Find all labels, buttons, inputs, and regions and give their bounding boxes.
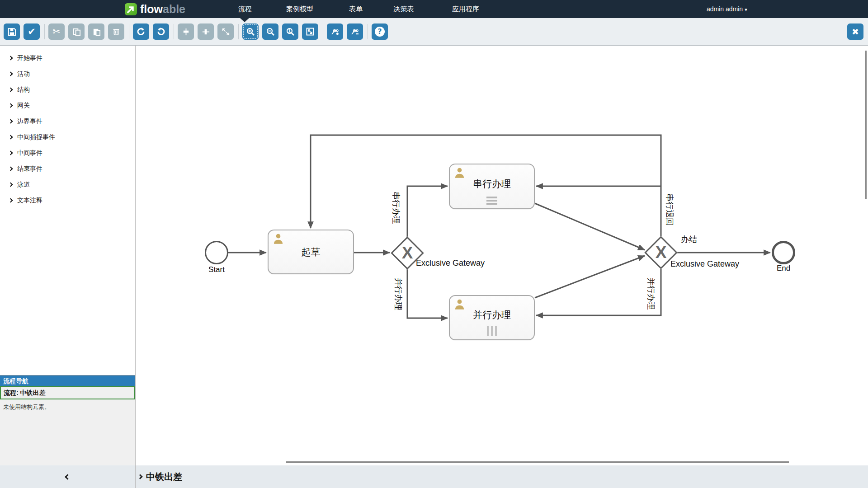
user-menu[interactable]: admin admin▾ [707,0,747,18]
copy-icon [72,28,81,36]
sequential-multi-instance-icon [486,195,497,205]
tab-case-models[interactable]: 案例模型 [278,0,321,18]
chevron-right-icon [137,474,142,479]
start-event-label: Start [203,265,230,274]
align-vertical-button[interactable] [178,23,194,40]
copy-button[interactable] [68,23,85,40]
undo-button[interactable] [153,23,169,40]
zoom-fit-icon [306,27,315,36]
bottom-bar: 中铁出差 [0,465,868,488]
toolbar-separator [44,24,45,39]
validate-button[interactable]: ✔ [24,23,40,40]
palette-group-label: 边界事件 [17,117,42,126]
zoom-out-button[interactable] [262,23,278,40]
palette-group-activities[interactable]: 活动 [0,66,135,82]
delete-icon [112,28,120,36]
gateway2-label: Exclusive Gateway [670,259,739,269]
palette-group-label: 中间事件 [17,149,42,157]
palette-group-structural[interactable]: 结构 [0,82,135,98]
zoom-out-icon [266,27,275,36]
task-draft[interactable]: 起草 [268,230,354,274]
tab-process[interactable]: 流程 [231,0,259,18]
save-button[interactable] [4,23,20,40]
edge-label-finish: 办结 [681,234,697,245]
cut-button[interactable]: ✂ [48,23,65,40]
process-navigator-item[interactable]: 流程: 中铁出差 [0,386,135,399]
tab-apps[interactable]: 应用程序 [445,0,486,18]
help-button[interactable]: ? [372,23,388,40]
remove-bendpoint-button[interactable] [347,23,363,40]
zoom-actual-button[interactable]: 1 [282,23,298,40]
save-icon [8,28,16,36]
edge-label-parallel-back: 并行办理 [646,271,656,316]
palette-group-boundary-events[interactable]: 边界事件 [0,113,135,129]
palette-group-label: 开始事件 [17,54,42,62]
palette-group-label: 结构 [17,86,30,94]
parallel-multi-instance-icon [487,326,497,336]
task-parallel[interactable]: 并行办理 [449,295,535,340]
toolbar-separator [174,24,174,39]
start-event[interactable] [205,241,228,264]
toolbar-separator [368,24,368,39]
top-navbar: flowable 流程 案例模型 表单 决策表 应用程序 admin admin… [0,0,868,18]
align-horizontal-button[interactable] [198,23,214,40]
palette-group-text-annotation[interactable]: 文本注释 [0,192,135,208]
remove-bendpoint-icon [350,27,359,36]
tab-forms[interactable]: 表单 [342,0,369,18]
chevron-down-icon: ▾ [745,7,747,12]
chevron-right-icon [9,56,13,61]
zoom-in-button[interactable] [242,23,259,40]
toolbar-separator [323,24,323,39]
tab-decision-tables[interactable]: 决策表 [383,0,424,18]
logo-text-able: able [163,3,185,15]
chevron-right-icon [9,103,13,108]
task-serial[interactable]: 串行办理 [449,164,535,209]
bpmn-canvas[interactable] [136,46,868,465]
end-event-label: End [771,264,796,273]
end-event[interactable] [772,241,795,264]
breadcrumb[interactable]: 中铁出差 [138,465,182,488]
edge-label-parallel-go: 并行办理 [394,272,404,317]
palette-group-intermediate-events[interactable]: 中间事件 [0,145,135,161]
flowable-logo: flowable [125,3,185,15]
paste-button[interactable] [88,23,104,40]
chevron-right-icon [9,72,13,76]
shape-palette: 开始事件 活动 结构 网关 边界事件 中间捕捉事件 中间事件 结束事件 泳道 文… [0,46,136,375]
paste-icon [92,28,101,36]
redo-button[interactable] [133,23,149,40]
horizontal-scrollbar[interactable] [286,461,789,463]
zoom-actual-icon: 1 [286,27,295,36]
breadcrumb-title: 中铁出差 [146,471,182,483]
palette-group-label: 中间捕捉事件 [17,133,55,141]
chevron-right-icon [9,183,13,187]
zoom-fit-button[interactable] [302,23,318,40]
chevron-right-icon [9,135,13,140]
chevron-left-icon [65,474,71,480]
palette-group-start-events[interactable]: 开始事件 [0,50,135,66]
edge-label-serial-go: 串行办理 [392,185,401,230]
add-bendpoint-button[interactable] [327,23,343,40]
align-vertical-icon [182,28,190,36]
palette-group-label: 活动 [17,70,30,78]
vertical-scrollbar[interactable] [865,51,867,199]
palette-group-gateways[interactable]: 网关 [0,98,135,113]
palette-group-label: 文本注释 [17,197,42,205]
logo-text-flow: flow [140,3,163,15]
undo-icon [156,27,165,36]
toolbar-separator [129,24,129,39]
palette-group-intermediate-catching-events[interactable]: 中间捕捉事件 [0,129,135,145]
help-icon: ? [375,27,385,37]
sequence-flows [136,46,868,465]
task-label: 起草 [269,230,353,273]
palette-group-label: 网关 [17,102,30,110]
close-editor-button[interactable]: ✖ [847,23,863,40]
delete-button[interactable] [108,23,124,40]
align-horizontal-icon [202,28,210,36]
flowable-logo-icon [125,3,137,15]
editor-toolbar: ✔ ✂ 1 ? [0,18,868,46]
same-size-button[interactable] [217,23,234,40]
palette-group-swimlanes[interactable]: 泳道 [0,177,135,192]
chevron-right-icon [9,119,13,124]
palette-group-end-events[interactable]: 结束事件 [0,161,135,177]
collapse-sidebar-button[interactable] [0,465,136,488]
